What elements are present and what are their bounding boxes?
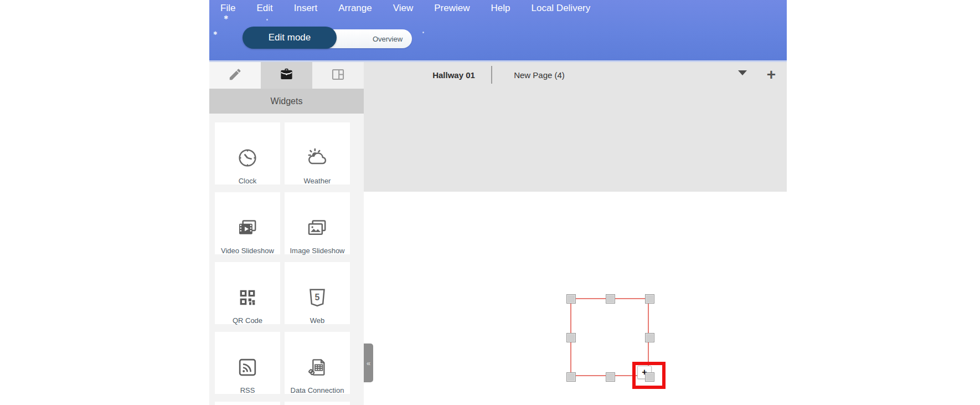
page-tab-label: New Page (4) [514,70,565,80]
selected-widget-frame[interactable] [570,298,649,376]
sidebar-panel-title: Widgets [209,89,364,114]
rss-icon [236,344,259,381]
image-slideshow-icon [306,204,328,241]
widget-label: Video Slideshow [221,247,274,255]
widget-label: Clock [239,177,257,185]
resize-handle-e[interactable] [645,333,654,342]
sidebar-tab-draw[interactable] [209,62,261,89]
menu-bar: FileEditInsertArrangeViewPrewiewHelpLoca… [220,1,590,16]
widget-label: Image Slideshow [290,247,345,255]
widget-card-image-slideshow[interactable]: Image Slideshow [285,192,350,254]
svg-text:5: 5 [315,293,320,302]
page-tab-bar: Hallway 01 New Page (4) + [364,62,787,88]
widget-card-clock[interactable]: Clock [215,122,280,184]
dot-artifact [422,32,424,33]
pencil-icon [228,67,243,84]
menu-item-file[interactable]: File [220,1,235,16]
sidebar-tab-widgets[interactable] [261,62,312,89]
mode-toggle: Overview Edit mode [243,27,412,49]
widget-label: Weather [304,177,331,185]
widget-card-partial[interactable] [285,402,350,405]
widget-card-web[interactable]: 5Web [285,262,350,324]
caret-down-icon[interactable] [738,70,747,75]
web-icon: 5 [306,274,328,311]
widget-card-rss[interactable]: RSS [215,332,280,394]
dot-artifact [266,19,268,20]
menu-item-arrange[interactable]: Arrange [338,1,372,16]
resize-handle-w[interactable] [566,333,576,342]
menu-item-help[interactable]: Help [491,1,510,16]
sidebar-tab-layout[interactable] [312,62,364,89]
menu-item-local-delivery[interactable]: Local Delivery [531,1,590,16]
widget-label: RSS [240,386,255,394]
widget-label: Data Connection [291,386,344,394]
resize-handle-ne[interactable] [645,294,654,304]
menu-item-view[interactable]: View [393,1,414,16]
edit-mode-toggle-button[interactable]: Edit mode [243,27,337,49]
sidebar-tab-row [209,62,364,89]
signage-editor-app: FileEditInsertArrangeViewPrewiewHelpLoca… [209,0,787,405]
resize-handle-nw[interactable] [566,294,576,304]
top-header: FileEditInsertArrangeViewPrewiewHelpLoca… [209,0,787,62]
page-tab-hallway-01[interactable]: Hallway 01 [416,62,491,88]
data-connection-icon [306,344,328,381]
menu-item-prewiew[interactable]: Prewiew [434,1,470,16]
sidebar-collapse-button[interactable]: « [364,344,373,382]
video-slideshow-icon [236,204,259,241]
widget-card-partial[interactable] [215,402,280,405]
sparkle-artifact-icon: ✱ [213,30,218,36]
qr-code-icon [236,274,259,311]
clock-icon [236,135,259,171]
layout-icon [331,67,345,84]
widget-card-video-slideshow[interactable]: Video Slideshow [215,192,280,254]
resize-handle-s[interactable] [606,372,615,382]
page-tab-label: Hallway 01 [432,70,475,80]
resize-handle-se[interactable] [645,372,654,382]
menu-item-edit[interactable]: Edit [256,1,272,16]
edit-mode-label: Edit mode [269,32,311,43]
overview-label: Overview [373,35,403,43]
widgets-sidebar: Widgets ClockWeatherVideo SlideshowImage… [209,62,364,405]
page-canvas-area[interactable]: Hallway 01 New Page (4) + + [364,62,787,405]
widget-card-weather[interactable]: Weather [285,122,350,184]
menu-item-insert[interactable]: Insert [294,1,318,16]
plus-icon: + [767,66,776,83]
resize-handle-n[interactable] [606,294,615,304]
widget-card-data-connection[interactable]: Data Connection [285,332,350,394]
collapse-chevrons-icon: « [367,359,370,367]
resize-handle-sw[interactable] [566,372,576,382]
screenshot-stage: FileEditInsertArrangeViewPrewiewHelpLoca… [0,0,980,405]
panel-title-label: Widgets [271,96,303,106]
weather-icon [306,135,328,171]
widget-label: QR Code [233,316,262,325]
widget-card-qr-code[interactable]: QR Code [215,262,280,324]
briefcase-icon [279,67,294,84]
add-page-button[interactable]: + [767,64,776,85]
widget-label: Web [310,316,325,325]
sparkle-artifact-icon: ✱ [224,14,228,20]
page-tab-new-page-4[interactable]: New Page (4) [492,62,586,88]
